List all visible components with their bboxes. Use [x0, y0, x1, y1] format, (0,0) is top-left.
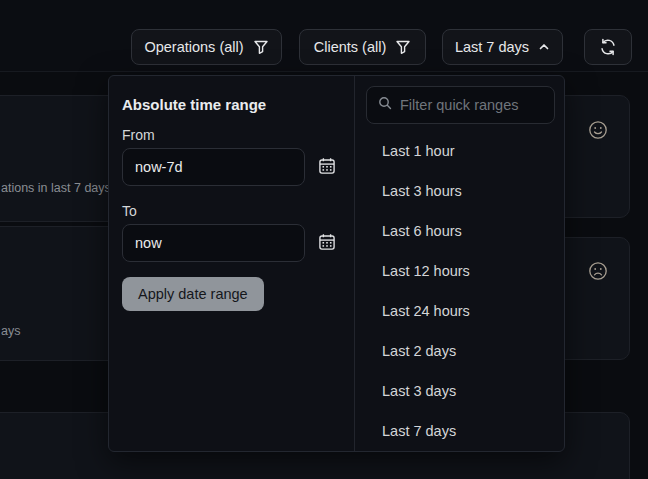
quick-range-item-last-7-days[interactable]: Last 7 days	[355, 411, 566, 451]
filter-funnel-icon	[395, 39, 411, 55]
calendar-icon	[318, 233, 336, 254]
apply-date-range-button[interactable]: Apply date range	[122, 277, 264, 311]
time-range-label: Last 7 days	[455, 39, 529, 55]
quick-ranges-pane: Last 1 hourLast 3 hoursLast 6 hoursLast …	[355, 76, 566, 451]
background-card-subtitle: ays	[1, 324, 20, 338]
to-label: To	[122, 203, 137, 219]
search-icon	[378, 96, 392, 114]
to-calendar-button[interactable]	[315, 231, 339, 255]
calendar-icon	[318, 157, 336, 178]
filter-quick-ranges-input[interactable]	[400, 97, 543, 113]
background-card-subtitle: ations in last 7 days	[1, 181, 111, 195]
operations-filter-label: Operations (all)	[144, 39, 243, 55]
from-label: From	[122, 127, 155, 143]
quick-range-item-last-3-hours[interactable]: Last 3 hours	[355, 171, 566, 211]
quick-range-item-last-24-hours[interactable]: Last 24 hours	[355, 291, 566, 331]
refresh-button[interactable]	[584, 29, 632, 65]
quick-range-item-last-3-days[interactable]: Last 3 days	[355, 371, 566, 411]
quick-ranges-list: Last 1 hourLast 3 hoursLast 6 hoursLast …	[355, 131, 566, 451]
from-input[interactable]	[122, 148, 305, 186]
absolute-time-range-title: Absolute time range	[122, 96, 266, 113]
quick-ranges-search[interactable]	[366, 86, 555, 124]
top-toolbar: Operations (all) Clients (all) Last 7 da…	[0, 0, 648, 72]
from-calendar-button[interactable]	[315, 155, 339, 179]
quick-range-item-last-2-days[interactable]: Last 2 days	[355, 331, 566, 371]
smiley-happy-icon	[587, 119, 609, 145]
clients-filter-label: Clients (all)	[314, 39, 387, 55]
quick-range-item-last-6-hours[interactable]: Last 6 hours	[355, 211, 566, 251]
to-input[interactable]	[122, 224, 305, 262]
filter-funnel-icon	[253, 39, 269, 55]
clients-filter-button[interactable]: Clients (all)	[299, 29, 426, 65]
time-range-picker-button[interactable]: Last 7 days	[442, 29, 563, 65]
quick-range-item-last-12-hours[interactable]: Last 12 hours	[355, 251, 566, 291]
app-root: ations in last 7 days ays Operations (al…	[0, 0, 648, 479]
quick-range-item-last-1-hour[interactable]: Last 1 hour	[355, 131, 566, 171]
refresh-icon	[599, 38, 617, 56]
chevron-up-icon	[538, 41, 550, 53]
smiley-sad-icon	[587, 260, 609, 286]
time-picker-dropdown: Absolute time range From To	[108, 75, 565, 452]
operations-filter-button[interactable]: Operations (all)	[131, 29, 282, 65]
